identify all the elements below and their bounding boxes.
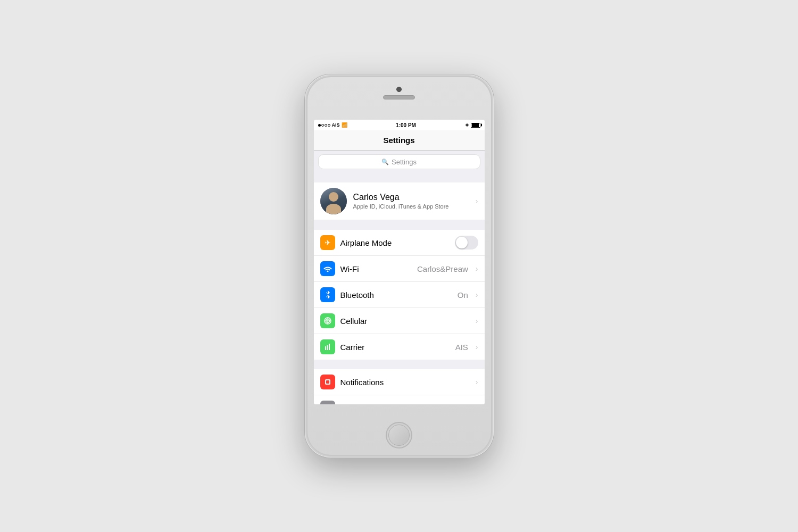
search-bar[interactable]: 🔍 Settings [318,154,480,169]
airplane-mode-icon: ✈ [320,235,335,250]
avatar [320,188,347,214]
nav-bar: Settings [314,130,485,151]
bluetooth-chevron: › [476,290,478,299]
bluetooth-row[interactable]: Bluetooth On › [314,282,485,308]
control-center-label: Control Center [340,404,470,405]
battery-icon [471,123,480,128]
svg-rect-4 [325,346,326,350]
notifications-icon [320,375,335,389]
notifications-label: Notifications [340,378,470,387]
wifi-status-icon: 📶 [342,122,347,128]
status-right: ∗ [465,122,480,128]
status-left: AIS 📶 [318,122,347,128]
phone-device: AIS 📶 1:00 PM ∗ Settings [305,74,494,458]
signal-dot-4 [328,124,330,127]
carrier-value: AIS [455,343,468,352]
profile-name: Carlos Vega [353,193,469,202]
home-button[interactable] [386,422,412,448]
cellular-label: Cellular [340,317,470,326]
screen: AIS 📶 1:00 PM ∗ Settings [314,120,485,404]
battery-fill [472,123,479,127]
profile-subtitle: Apple ID, iCloud, iTunes & App Store [353,203,469,210]
time-display: 1:00 PM [396,122,416,128]
svg-rect-8 [326,380,329,384]
phone-body: AIS 📶 1:00 PM ∗ Settings [307,77,491,455]
signal-dot-3 [325,124,327,127]
carrier-icon [320,339,335,354]
wifi-chevron: › [476,264,478,273]
carrier-row[interactable]: Carrier AIS › [314,334,485,360]
airplane-mode-row[interactable]: ✈ Airplane Mode [314,230,485,256]
search-icon: 🔍 [381,159,389,165]
bluetooth-value: On [458,290,468,300]
notifications-section: Notifications › [314,369,485,404]
profile-info: Carlos Vega Apple ID, iCloud, iTunes & A… [353,193,469,210]
signal-dot-1 [318,124,321,127]
bluetooth-icon [320,287,335,302]
bluetooth-label: Bluetooth [340,290,452,300]
front-camera [396,87,402,92]
profile-chevron: › [476,197,478,205]
wifi-icon [320,261,335,276]
bluetooth-indicator: ∗ [465,122,469,128]
search-container: 🔍 Settings [314,151,485,173]
phone-inner: AIS 📶 1:00 PM ∗ Settings [306,76,492,456]
svg-rect-5 [327,345,328,350]
section-gap-2 [314,220,485,230]
screen-content: Settings 🔍 Settings [314,130,485,404]
svg-rect-6 [329,344,330,350]
status-bar: AIS 📶 1:00 PM ∗ [314,120,485,130]
cellular-chevron: › [476,317,478,325]
airplane-mode-label: Airplane Mode [340,238,450,247]
search-placeholder: Settings [392,158,417,166]
wifi-row[interactable]: Wi-Fi Carlos&Preaw › [314,256,485,282]
control-center-icon [320,401,335,404]
home-button-inner [388,425,410,446]
top-elements [383,87,415,99]
notifications-chevron: › [476,378,478,386]
page-title: Settings [383,136,414,145]
airplane-mode-toggle[interactable] [455,236,478,250]
carrier-label: AIS [332,122,340,128]
avatar-image [320,188,347,214]
signal-dot-2 [321,124,324,127]
signal-strength [318,124,330,127]
control-center-row[interactable]: Control Center › [314,395,485,404]
connectivity-section: ✈ Airplane Mode [314,230,485,360]
cellular-icon [320,313,335,328]
top-speaker [383,95,415,99]
cellular-row[interactable]: Cellular › [314,308,485,334]
wifi-value: Carlos&Preaw [417,264,468,273]
carrier-label-row: Carrier [340,343,450,352]
carrier-chevron: › [476,343,478,351]
profile-row[interactable]: Carlos Vega Apple ID, iCloud, iTunes & A… [314,182,485,220]
notifications-row[interactable]: Notifications › [314,369,485,395]
control-center-chevron: › [476,404,478,404]
section-gap-3 [314,360,485,369]
wifi-label: Wi-Fi [340,264,412,273]
section-gap-top [314,173,485,182]
